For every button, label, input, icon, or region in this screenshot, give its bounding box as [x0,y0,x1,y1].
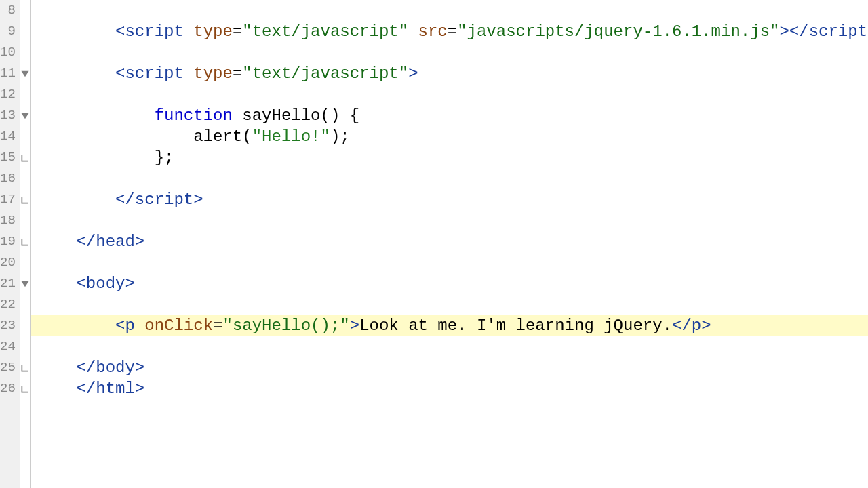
fold-empty [20,42,30,63]
line-number-gutter: 891011121314151617181920212223242526 [0,0,20,488]
line-number: 22 [0,294,20,315]
token-punc: = [233,64,242,83]
token-attrval: "javascripts/jquery-1.6.1.min.js" [457,22,779,41]
token-punc: ; [164,148,174,167]
token-attrval: "text/javascript" [242,64,408,83]
svg-marker-1 [21,113,28,118]
token-tag: > [408,64,418,83]
svg-marker-2 [21,281,28,286]
token-attr: onClick [144,317,213,335]
line-number: 8 [0,0,20,21]
line-number: 13 [0,105,20,126]
line-number: 11 [0,63,20,84]
code-line[interactable] [31,336,868,357]
line-number: 24 [0,336,20,357]
token-punc [340,106,349,125]
token-tag: > [779,22,789,41]
fold-end-icon [20,147,30,168]
code-line[interactable] [31,252,868,273]
fold-empty [20,210,30,231]
token-tag: </html> [76,380,144,398]
code-line[interactable] [31,294,868,315]
code-line[interactable]: </head> [31,231,868,252]
code-line[interactable]: function sayHello() { [31,105,868,126]
fold-empty [20,84,30,105]
token-attrval: "text/javascript" [242,22,408,41]
fold-end-icon [20,189,30,210]
code-line[interactable] [31,84,868,105]
line-number: 14 [0,126,20,147]
line-number: 19 [0,231,20,252]
token-attr: type [193,22,233,41]
line-number: 21 [0,273,20,294]
token-punc [233,106,242,125]
fold-end-icon [20,378,30,399]
token-fn: sayHello [242,106,320,125]
token-punc: ); [330,127,350,146]
line-number: 18 [0,210,20,231]
token-attr: src [418,22,448,41]
code-line[interactable]: </html> [31,378,868,399]
token-tag: </head> [76,232,144,251]
code-area[interactable]: <script type="text/javascript" src="java… [31,0,868,488]
line-number: 23 [0,315,20,336]
token-txt: Look at me. I'm learning jQuery. [359,317,672,335]
code-line[interactable]: }; [31,147,868,168]
token-kw: function [155,106,233,125]
code-line[interactable]: <script type="text/javascript" src="java… [31,21,868,42]
code-editor[interactable]: 891011121314151617181920212223242526 <sc… [0,0,868,488]
code-line[interactable]: </body> [31,357,868,378]
token-punc: = [448,22,457,41]
line-number: 25 [0,357,20,378]
code-line[interactable] [31,168,868,189]
token-tag: <script [115,22,184,41]
token-punc [184,64,193,83]
token-punc [408,22,418,41]
token-tag: > [350,317,359,335]
token-attrval: "sayHello();" [222,317,349,335]
fold-empty [20,315,30,336]
token-tag: <script [115,64,184,83]
fold-end-icon [20,357,30,378]
fold-gutter [20,0,31,488]
fold-empty [20,168,30,189]
code-line[interactable]: </script> [31,189,868,210]
token-punc: = [213,317,222,335]
token-punc [135,317,144,335]
token-punc: () [320,106,340,125]
fold-empty [20,294,30,315]
fold-empty [20,126,30,147]
code-line[interactable] [31,42,868,63]
fold-down-icon[interactable] [20,105,30,126]
line-number: 26 [0,378,20,399]
token-tag: <body> [76,274,134,293]
token-tag: </script> [789,22,868,41]
fold-empty [20,252,30,273]
token-bracket: { [350,106,359,125]
token-tag: </body> [76,359,144,377]
fold-down-icon[interactable] [20,63,30,84]
token-tag: <p [115,317,135,335]
code-line[interactable]: <body> [31,273,868,294]
code-line[interactable]: <p onClick="sayHello();">Look at me. I'm… [31,315,868,336]
token-punc: = [233,22,242,41]
fold-end-icon [20,231,30,252]
code-line[interactable]: alert("Hello!"); [31,126,868,147]
token-bracket: } [155,148,164,167]
token-fn: alert [193,127,242,146]
line-number: 17 [0,189,20,210]
fold-empty [20,336,30,357]
fold-down-icon[interactable] [20,273,30,294]
token-punc: ( [242,127,252,146]
code-line[interactable] [31,210,868,231]
token-punc [184,22,193,41]
svg-marker-0 [21,70,28,76]
code-line[interactable] [31,0,868,21]
fold-empty [20,21,30,42]
line-number: 20 [0,252,20,273]
token-attr: type [193,64,233,83]
token-tag: </script> [115,190,203,209]
line-number: 12 [0,84,20,105]
code-line[interactable]: <script type="text/javascript"> [31,63,868,84]
token-str: "Hello!" [252,127,330,146]
